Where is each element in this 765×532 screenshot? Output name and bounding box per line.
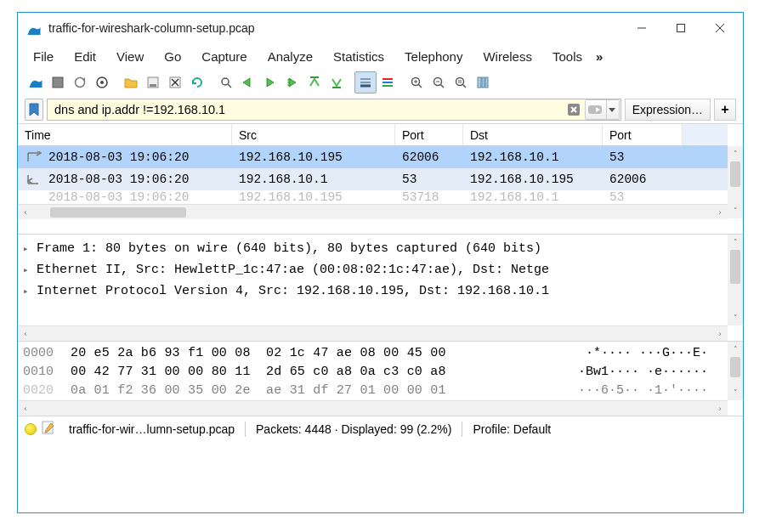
outgoing-arrow-icon xyxy=(25,151,43,163)
find-packet-icon[interactable] xyxy=(215,71,237,93)
open-file-icon[interactable] xyxy=(120,71,142,93)
col-src[interactable]: Src xyxy=(232,124,395,145)
packet-rows: 2018-08-03 19:06:20 192.168.10.195 62006… xyxy=(18,146,728,204)
start-capture-icon[interactable] xyxy=(25,71,47,93)
svg-point-5 xyxy=(76,78,85,88)
scroll-right-icon[interactable]: › xyxy=(712,401,728,416)
col-dst[interactable]: Dst xyxy=(463,124,603,145)
packet-row-partial[interactable]: 2018-08-03 19:06:20 192.168.10.195 53718… xyxy=(18,190,728,204)
incoming-arrow-icon xyxy=(25,173,43,185)
scroll-right-icon[interactable]: › xyxy=(712,326,728,342)
colorize-icon[interactable] xyxy=(377,71,399,93)
maximize-button[interactable] xyxy=(661,15,700,41)
packet-time: 2018-08-03 19:06:20 xyxy=(48,150,189,164)
packet-time: 2018-08-03 19:06:20 xyxy=(48,173,189,186)
menu-tools[interactable]: Tools xyxy=(542,47,592,66)
expression-button[interactable]: Expression… xyxy=(625,99,711,121)
expert-info-icon[interactable] xyxy=(25,423,37,435)
capture-options-icon[interactable] xyxy=(91,71,113,93)
byte-line[interactable]: 001000 42 77 31 00 00 80 11 2d 65 c0 a8 … xyxy=(18,362,728,381)
auto-scroll-icon[interactable] xyxy=(354,71,377,93)
menu-capture[interactable]: Capture xyxy=(191,47,257,66)
packet-row[interactable]: 2018-08-03 19:06:20 192.168.10.195 62006… xyxy=(18,146,728,168)
filterbar: Expression… + xyxy=(18,96,743,123)
svg-rect-39 xyxy=(485,77,488,88)
col-dst-port[interactable]: Port xyxy=(603,124,683,145)
expand-icon[interactable]: ▸ xyxy=(23,243,37,254)
menu-analyze[interactable]: Analyze xyxy=(258,47,323,66)
scroll-up-icon[interactable]: ˄ xyxy=(728,235,743,250)
svg-rect-37 xyxy=(478,77,481,88)
col-src-port[interactable]: Port xyxy=(395,124,463,145)
menu-statistics[interactable]: Statistics xyxy=(323,47,394,66)
scroll-left-icon[interactable]: ‹ xyxy=(18,401,33,416)
bytes-body: 000020 e5 2a b6 93 f1 00 08 02 1c 47 ae … xyxy=(18,342,728,400)
packet-row[interactable]: 2018-08-03 19:06:20 192.168.10.1 53 192.… xyxy=(18,168,728,190)
scroll-up-icon[interactable]: ˄ xyxy=(728,342,743,357)
scroll-left-icon[interactable]: ‹ xyxy=(18,326,33,342)
packet-dst: 192.168.10.1 xyxy=(463,150,603,164)
menu-edit[interactable]: Edit xyxy=(64,47,106,66)
menu-go[interactable]: Go xyxy=(154,47,191,66)
scroll-up-icon[interactable]: ˄ xyxy=(728,146,743,161)
packet-dst: 192.168.10.195 xyxy=(463,173,603,186)
reload-file-icon[interactable] xyxy=(186,71,208,93)
minimize-button[interactable] xyxy=(622,15,661,41)
packet-list-hscroll[interactable]: ‹ › xyxy=(18,204,728,219)
status-profile[interactable]: Profile: Default xyxy=(473,422,551,436)
clear-filter-icon[interactable] xyxy=(564,101,584,118)
bytes-hscroll[interactable]: ‹ › xyxy=(18,400,728,416)
stop-capture-icon[interactable] xyxy=(47,71,69,93)
packet-details-pane: ▸Frame 1: 80 bytes on wire (640 bits), 8… xyxy=(18,234,743,341)
expand-icon[interactable]: ▸ xyxy=(23,264,37,275)
scroll-down-icon[interactable]: ˅ xyxy=(728,385,743,400)
detail-line[interactable]: ▸Internet Protocol Version 4, Src: 192.1… xyxy=(18,280,728,302)
edit-capture-comment-icon[interactable] xyxy=(42,421,55,437)
menu-view[interactable]: View xyxy=(106,47,154,66)
svg-point-7 xyxy=(100,81,104,84)
bookmark-filter-icon[interactable] xyxy=(25,99,43,121)
scroll-left-icon[interactable]: ‹ xyxy=(18,205,33,220)
packet-list-vscroll[interactable]: ˄ ˅ xyxy=(728,146,743,218)
col-time[interactable]: Time xyxy=(18,124,232,145)
display-filter-input[interactable] xyxy=(48,101,564,118)
packet-dport: 53 xyxy=(603,150,683,164)
save-file-icon[interactable] xyxy=(142,71,164,93)
close-button[interactable] xyxy=(700,15,740,41)
menu-telephony[interactable]: Telephony xyxy=(394,47,473,66)
zoom-out-icon[interactable] xyxy=(428,71,450,93)
byte-line[interactable]: 00200a 01 f2 36 00 35 00 2e ae 31 df 27 … xyxy=(18,381,728,399)
go-back-icon[interactable] xyxy=(237,71,259,93)
go-last-icon[interactable] xyxy=(326,71,348,93)
apply-filter-button[interactable] xyxy=(585,99,620,120)
menu-file[interactable]: File xyxy=(23,47,64,66)
add-filter-button[interactable]: + xyxy=(714,99,736,121)
byte-line[interactable]: 000020 e5 2a b6 93 f1 00 08 02 1c 47 ae … xyxy=(18,343,728,362)
details-hscroll[interactable]: ‹ › xyxy=(18,325,728,341)
details-body: ▸Frame 1: 80 bytes on wire (640 bits), 8… xyxy=(18,235,728,325)
go-first-icon[interactable] xyxy=(303,71,326,93)
apply-dropdown-icon[interactable] xyxy=(606,100,617,119)
menu-wireless[interactable]: Wireless xyxy=(473,47,542,66)
go-to-packet-icon[interactable] xyxy=(281,71,303,93)
svg-line-34 xyxy=(463,85,467,88)
window-title: traffic-for-wireshark-column-setup.pcap xyxy=(48,21,622,35)
packet-bytes-pane: 000020 e5 2a b6 93 f1 00 08 02 1c 47 ae … xyxy=(18,341,743,416)
close-file-icon[interactable] xyxy=(164,71,186,93)
packet-sport: 62006 xyxy=(395,150,463,164)
zoom-reset-icon[interactable] xyxy=(450,71,472,93)
detail-line[interactable]: ▸Frame 1: 80 bytes on wire (640 bits), 8… xyxy=(18,238,728,259)
expand-icon[interactable]: ▸ xyxy=(23,286,37,297)
scroll-right-icon[interactable]: › xyxy=(712,205,728,220)
zoom-in-icon[interactable] xyxy=(405,71,428,93)
scroll-down-icon[interactable]: ˅ xyxy=(728,310,743,325)
bytes-vscroll[interactable]: ˄ ˅ xyxy=(728,342,743,400)
go-forward-icon[interactable] xyxy=(259,71,281,93)
restart-capture-icon[interactable] xyxy=(69,71,91,93)
detail-line[interactable]: ▸Ethernet II, Src: HewlettP_1c:47:ae (00… xyxy=(18,259,728,280)
resize-columns-icon[interactable] xyxy=(472,71,494,93)
packet-src: 192.168.10.1 xyxy=(232,173,395,186)
menu-overflow-icon[interactable]: » xyxy=(592,49,606,64)
scroll-down-icon[interactable]: ˅ xyxy=(728,203,743,218)
details-vscroll[interactable]: ˄ ˅ xyxy=(728,235,743,325)
